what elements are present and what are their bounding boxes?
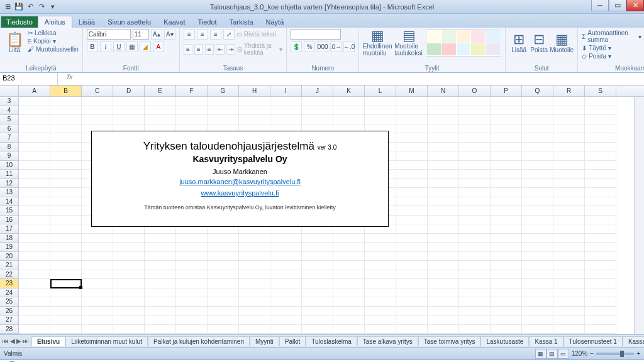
col-header[interactable]: R [553,85,585,96]
underline-button[interactable]: U [113,41,125,52]
row-header[interactable]: 26 [0,307,19,316]
indent-dec-icon[interactable]: ⇤ [216,44,225,55]
grow-font-icon[interactable]: A▴ [151,29,162,40]
number-format-select[interactable] [291,29,341,40]
col-header[interactable]: L [365,85,396,96]
border-button[interactable]: ▦ [126,41,138,52]
sheet-tab[interactable]: Etusivu [31,336,65,346]
fx-icon[interactable]: fx [58,73,82,85]
cut-button[interactable]: ✂ Leikkaa [28,29,79,37]
sheet-tab[interactable]: Tulosennusteet 1 [564,336,623,346]
tab-home[interactable]: Aloitus [38,16,72,28]
format-painter-button[interactable]: 🖌 Muotoilusivellin [28,45,79,53]
percent-icon[interactable]: % [304,41,315,52]
insert-cells-button[interactable]: ⊞Lisää [509,29,528,57]
align-bot-icon[interactable]: ≡ [210,29,221,40]
tab-view[interactable]: Näytä [260,16,291,28]
align-left-icon[interactable]: ≡ [184,44,192,55]
col-header[interactable]: F [176,85,208,96]
col-header[interactable]: M [396,85,428,96]
format-table-button[interactable]: ▤Muotoile taulukoksi [394,29,423,57]
row-header[interactable]: 8 [0,143,19,152]
col-header[interactable]: H [239,85,270,96]
currency-icon[interactable]: 💲 [291,41,302,52]
view-buttons[interactable]: ▦▤▭ [535,349,569,359]
wrap-text-button[interactable]: ▭ Rivitä teksti [236,30,276,38]
align-top-icon[interactable]: ≡ [184,29,195,40]
sheet-tab[interactable]: Tase alkava yritys [357,336,418,346]
zoom-level[interactable]: 120% [572,350,588,357]
sheet-tab[interactable]: Palkit [279,336,306,346]
zoom-out-icon[interactable]: − [590,350,594,357]
formula-input[interactable] [82,73,644,85]
row-header[interactable]: 11 [0,170,19,179]
undo-icon[interactable]: ↶ [25,2,35,12]
col-header[interactable]: J [302,85,333,96]
sheet-tab[interactable]: Kassa 2 [623,336,644,346]
worksheet[interactable]: ABCDEFGHIJKLMNOPQRS 34567891011121314151… [0,85,644,334]
font-family-select[interactable]: Calibri [87,29,131,40]
autosum-button[interactable]: Σ Automaattinen summa ▾ [582,29,641,44]
col-header[interactable]: C [82,85,113,96]
row-header[interactable]: 17 [0,224,19,234]
indent-inc-icon[interactable]: ⇥ [226,44,235,55]
row-header[interactable]: 13 [0,188,19,197]
col-header[interactable]: K [333,85,365,96]
row-header[interactable]: 14 [0,197,19,207]
col-header[interactable]: N [428,85,459,96]
cell-styles-gallery[interactable] [426,29,501,57]
row-header[interactable]: 6 [0,124,19,134]
minimize-button[interactable]: ─ [591,0,609,11]
row-header[interactable]: 10 [0,161,19,170]
row-header[interactable]: 5 [0,115,19,124]
vertical-scrollbar[interactable] [634,97,644,334]
sheet-tab[interactable]: Laskutusaste [480,336,529,346]
dec-decimal-icon[interactable]: ←.0 [343,41,355,52]
tab-layout[interactable]: Sivun asettelu [101,16,157,28]
col-header[interactable]: B [50,85,82,96]
italic-button[interactable]: I [100,41,111,52]
row-header[interactable]: 25 [0,297,19,307]
sheet-tab[interactable]: Liiketoiminnan muut kulut [65,336,148,346]
row-header[interactable]: 4 [0,106,19,116]
align-right-icon[interactable]: ≡ [205,44,214,55]
intro-url-link[interactable]: www.kasvuyrityspalvelu.fi [201,189,279,197]
format-cells-button[interactable]: ▦Muotoile [550,29,574,57]
col-header[interactable]: D [113,85,145,96]
row-header[interactable]: 16 [0,216,19,225]
name-box[interactable]: B23 [0,73,58,85]
col-header[interactable]: E [145,85,176,96]
zoom-in-icon[interactable]: + [636,350,640,357]
col-header[interactable]: I [270,85,302,96]
sheet-tab[interactable]: Tuloslaskelma [306,336,357,346]
paste-button[interactable]: 📋Liitä [4,29,25,57]
intro-email-link[interactable]: juuso.markkanen@kasvuyrityspalvelu.fi [179,178,301,185]
row-header[interactable]: 23 [0,279,19,288]
merge-center-button[interactable]: ⊟ Yhdistä ja keskitä ▾ [237,41,282,57]
comma-icon[interactable]: 000 [317,41,328,52]
orientation-icon[interactable]: ⤢ [223,29,235,40]
row-header[interactable]: 27 [0,315,19,325]
maximize-button[interactable]: ▭ [609,0,626,11]
align-mid-icon[interactable]: ≡ [197,29,208,40]
start-button[interactable] [0,360,24,363]
font-size-select[interactable]: 11 [133,29,149,40]
copy-button[interactable]: ⎘ Kopioi ▾ [28,37,79,45]
fill-color-button[interactable]: ◢ [140,41,151,52]
tab-formulas[interactable]: Kaavat [157,16,191,28]
align-center-icon[interactable]: ≡ [194,44,203,55]
delete-cells-button[interactable]: ⊟Poista [530,29,548,57]
col-header[interactable]: P [491,85,522,96]
save-icon[interactable]: 💾 [14,2,24,12]
row-header[interactable]: 21 [0,261,19,270]
sheet-tab[interactable]: Myynti [250,336,279,346]
clear-button[interactable]: ◇ Poista ▾ [582,52,641,60]
row-header[interactable]: 19 [0,243,19,252]
cond-format-button[interactable]: ▦Ehdollinen muotoilu [363,29,392,57]
row-header[interactable]: 22 [0,270,19,280]
col-header[interactable]: O [459,85,491,96]
tab-data[interactable]: Tiedot [191,16,223,28]
tab-file[interactable]: Tiedosto [1,16,38,28]
bold-button[interactable]: B [87,41,98,52]
select-all-corner[interactable] [0,85,19,96]
